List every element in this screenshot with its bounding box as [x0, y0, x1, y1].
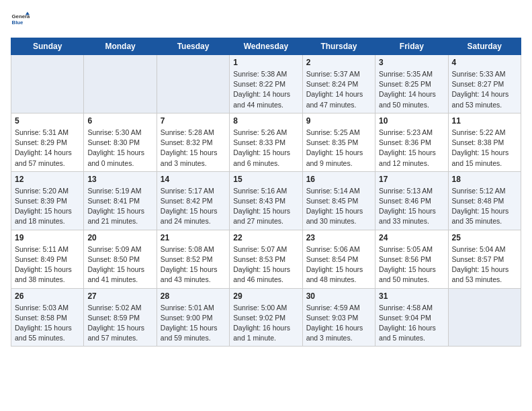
day-number: 16	[306, 175, 371, 184]
day-info: Sunrise: 4:58 AMSunset: 9:04 PMDaylight:…	[379, 303, 444, 344]
day-number: 21	[161, 233, 226, 242]
day-number: 29	[233, 291, 298, 301]
day-number: 24	[379, 233, 444, 242]
day-number: 4	[452, 58, 517, 67]
day-number: 2	[306, 58, 371, 67]
weekday-header: Sunday	[11, 38, 84, 55]
calendar-week-row: 1Sunrise: 5:38 AMSunset: 8:22 PMDaylight…	[11, 55, 521, 113]
day-info: Sunrise: 5:00 AMSunset: 9:02 PMDaylight:…	[233, 303, 298, 344]
day-number: 22	[233, 233, 298, 242]
calendar-day-cell: 31Sunrise: 4:58 AMSunset: 9:04 PMDayligh…	[375, 288, 448, 347]
calendar-day-cell: 17Sunrise: 5:13 AMSunset: 8:46 PMDayligh…	[375, 171, 448, 230]
day-info: Sunrise: 5:28 AMSunset: 8:32 PMDaylight:…	[161, 128, 226, 169]
day-number: 23	[306, 233, 371, 242]
weekday-header: Thursday	[302, 38, 375, 55]
day-info: Sunrise: 5:09 AMSunset: 8:50 PMDaylight:…	[87, 244, 152, 285]
calendar-day-cell: 19Sunrise: 5:11 AMSunset: 8:49 PMDayligh…	[11, 230, 84, 288]
day-number: 18	[452, 175, 517, 184]
calendar-table: SundayMondayTuesdayWednesdayThursdayFrid…	[11, 38, 521, 347]
calendar-day-cell: 13Sunrise: 5:19 AMSunset: 8:41 PMDayligh…	[84, 171, 157, 230]
calendar-day-cell: 29Sunrise: 5:00 AMSunset: 9:02 PMDayligh…	[230, 288, 302, 347]
day-number: 7	[161, 116, 226, 126]
day-number: 11	[452, 116, 517, 126]
day-info: Sunrise: 5:30 AMSunset: 8:30 PMDaylight:…	[87, 128, 152, 169]
day-info: Sunrise: 5:11 AMSunset: 8:49 PMDaylight:…	[15, 244, 80, 285]
calendar-day-cell	[157, 55, 229, 113]
weekday-header: Friday	[375, 38, 448, 55]
day-info: Sunrise: 5:19 AMSunset: 8:41 PMDaylight:…	[87, 186, 152, 227]
day-info: Sunrise: 5:07 AMSunset: 8:53 PMDaylight:…	[233, 244, 298, 285]
calendar-day-cell: 3Sunrise: 5:35 AMSunset: 8:25 PMDaylight…	[375, 55, 448, 113]
calendar-day-cell: 28Sunrise: 5:01 AMSunset: 9:00 PMDayligh…	[157, 288, 229, 347]
calendar-day-cell: 16Sunrise: 5:14 AMSunset: 8:45 PMDayligh…	[302, 171, 375, 230]
day-info: Sunrise: 5:25 AMSunset: 8:35 PMDaylight:…	[306, 128, 371, 169]
calendar-day-cell: 2Sunrise: 5:37 AMSunset: 8:24 PMDaylight…	[302, 55, 375, 113]
day-number: 10	[379, 116, 444, 126]
day-number: 26	[15, 291, 80, 301]
calendar-day-cell: 1Sunrise: 5:38 AMSunset: 8:22 PMDaylight…	[230, 55, 302, 113]
calendar-day-cell: 24Sunrise: 5:05 AMSunset: 8:56 PMDayligh…	[375, 230, 448, 288]
day-info: Sunrise: 5:16 AMSunset: 8:43 PMDaylight:…	[233, 186, 298, 227]
day-info: Sunrise: 5:26 AMSunset: 8:33 PMDaylight:…	[233, 128, 298, 169]
calendar-day-cell: 18Sunrise: 5:12 AMSunset: 8:48 PMDayligh…	[448, 171, 521, 230]
calendar-day-cell: 5Sunrise: 5:31 AMSunset: 8:29 PMDaylight…	[11, 113, 84, 171]
weekday-header: Wednesday	[230, 38, 302, 55]
day-number: 9	[306, 116, 371, 126]
weekday-header: Monday	[84, 38, 157, 55]
day-info: Sunrise: 5:06 AMSunset: 8:54 PMDaylight:…	[306, 244, 371, 285]
day-info: Sunrise: 5:12 AMSunset: 8:48 PMDaylight:…	[452, 186, 517, 227]
calendar-day-cell: 15Sunrise: 5:16 AMSunset: 8:43 PMDayligh…	[230, 171, 302, 230]
day-number: 1	[233, 58, 298, 67]
calendar-day-cell: 20Sunrise: 5:09 AMSunset: 8:50 PMDayligh…	[84, 230, 157, 288]
day-number: 14	[161, 175, 226, 184]
day-number: 28	[161, 291, 226, 301]
logo-icon: General Blue	[11, 11, 30, 30]
day-info: Sunrise: 5:23 AMSunset: 8:36 PMDaylight:…	[379, 128, 444, 169]
day-info: Sunrise: 5:03 AMSunset: 8:58 PMDaylight:…	[15, 303, 80, 344]
calendar-day-cell: 21Sunrise: 5:08 AMSunset: 8:52 PMDayligh…	[157, 230, 229, 288]
day-number: 6	[87, 116, 152, 126]
day-info: Sunrise: 4:59 AMSunset: 9:03 PMDaylight:…	[306, 303, 371, 344]
day-info: Sunrise: 5:01 AMSunset: 9:00 PMDaylight:…	[161, 303, 226, 344]
calendar-day-cell: 30Sunrise: 4:59 AMSunset: 9:03 PMDayligh…	[302, 288, 375, 347]
day-info: Sunrise: 5:33 AMSunset: 8:27 PMDaylight:…	[452, 69, 517, 110]
calendar-day-cell: 10Sunrise: 5:23 AMSunset: 8:36 PMDayligh…	[375, 113, 448, 171]
day-info: Sunrise: 5:08 AMSunset: 8:52 PMDaylight:…	[161, 244, 226, 285]
day-number: 3	[379, 58, 444, 67]
calendar-week-row: 26Sunrise: 5:03 AMSunset: 8:58 PMDayligh…	[11, 288, 521, 347]
day-info: Sunrise: 5:02 AMSunset: 8:59 PMDaylight:…	[87, 303, 152, 344]
day-number: 25	[452, 233, 517, 242]
calendar-day-cell: 25Sunrise: 5:04 AMSunset: 8:57 PMDayligh…	[448, 230, 521, 288]
day-info: Sunrise: 5:17 AMSunset: 8:42 PMDaylight:…	[161, 186, 226, 227]
calendar-week-row: 19Sunrise: 5:11 AMSunset: 8:49 PMDayligh…	[11, 230, 521, 288]
calendar-day-cell: 26Sunrise: 5:03 AMSunset: 8:58 PMDayligh…	[11, 288, 84, 347]
day-number: 27	[87, 291, 152, 301]
day-info: Sunrise: 5:14 AMSunset: 8:45 PMDaylight:…	[306, 186, 371, 227]
day-number: 30	[306, 291, 371, 301]
day-number: 12	[15, 175, 80, 184]
calendar-week-row: 5Sunrise: 5:31 AMSunset: 8:29 PMDaylight…	[11, 113, 521, 171]
day-info: Sunrise: 5:04 AMSunset: 8:57 PMDaylight:…	[452, 244, 517, 285]
day-info: Sunrise: 5:35 AMSunset: 8:25 PMDaylight:…	[379, 69, 444, 110]
page-header: General Blue	[11, 11, 521, 30]
svg-text:Blue: Blue	[12, 19, 24, 26]
day-number: 20	[87, 233, 152, 242]
day-info: Sunrise: 5:22 AMSunset: 8:38 PMDaylight:…	[452, 128, 517, 169]
day-info: Sunrise: 5:37 AMSunset: 8:24 PMDaylight:…	[306, 69, 371, 110]
day-info: Sunrise: 5:05 AMSunset: 8:56 PMDaylight:…	[379, 244, 444, 285]
day-number: 17	[379, 175, 444, 184]
day-info: Sunrise: 5:20 AMSunset: 8:39 PMDaylight:…	[15, 186, 80, 227]
day-number: 13	[87, 175, 152, 184]
calendar-day-cell: 9Sunrise: 5:25 AMSunset: 8:35 PMDaylight…	[302, 113, 375, 171]
day-info: Sunrise: 5:13 AMSunset: 8:46 PMDaylight:…	[379, 186, 444, 227]
calendar-week-row: 12Sunrise: 5:20 AMSunset: 8:39 PMDayligh…	[11, 171, 521, 230]
day-info: Sunrise: 5:31 AMSunset: 8:29 PMDaylight:…	[15, 128, 80, 169]
calendar-day-cell: 12Sunrise: 5:20 AMSunset: 8:39 PMDayligh…	[11, 171, 84, 230]
calendar-day-cell	[448, 288, 521, 347]
day-number: 15	[233, 175, 298, 184]
weekday-header: Saturday	[448, 38, 521, 55]
calendar-day-cell: 4Sunrise: 5:33 AMSunset: 8:27 PMDaylight…	[448, 55, 521, 113]
calendar-day-cell: 6Sunrise: 5:30 AMSunset: 8:30 PMDaylight…	[84, 113, 157, 171]
calendar-day-cell: 23Sunrise: 5:06 AMSunset: 8:54 PMDayligh…	[302, 230, 375, 288]
calendar-day-cell	[11, 55, 84, 113]
